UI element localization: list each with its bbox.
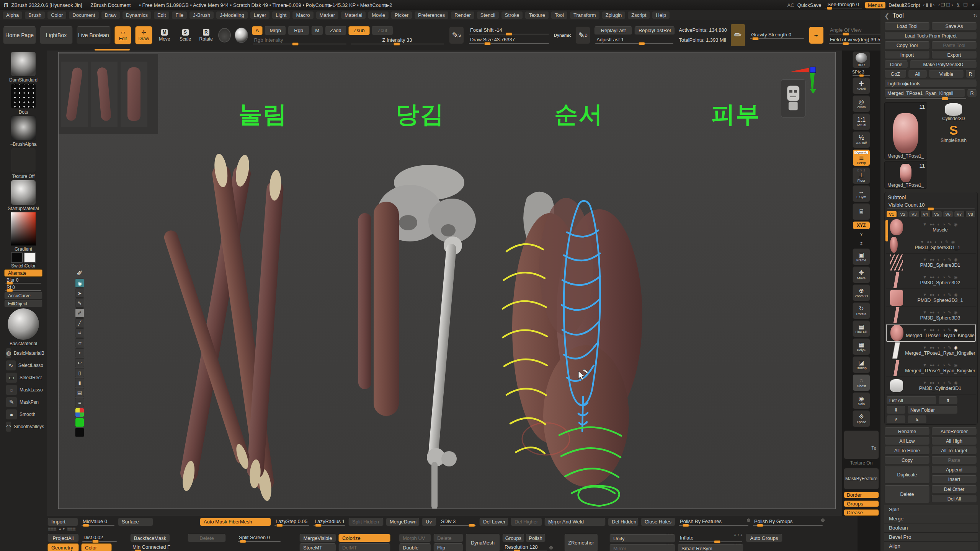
spix-slider[interactable]: SPix 3 (851, 69, 871, 76)
lazyradius-1-slider[interactable]: LazyRadius 1 (312, 518, 346, 526)
menu-render[interactable]: Render (451, 11, 475, 19)
active-tool-r-button[interactable]: R (967, 89, 977, 97)
subtool-mode-icon[interactable]: ✎ (948, 345, 951, 350)
subtool-mode-icon[interactable]: ●● (929, 310, 934, 315)
menu-brush[interactable]: Brush (24, 11, 45, 19)
quick-tool-smoothvalleys[interactable]: ◠SmoothValleys (3, 421, 43, 432)
subtool-mode-icon[interactable]: ✎ (948, 310, 951, 315)
z-intensity-slider[interactable]: Z Intensity 33 (350, 36, 445, 45)
subtool-mode-icon[interactable]: ▼ (923, 363, 927, 368)
transp-button[interactable]: ◪Transp (853, 356, 870, 373)
subtool-up-button[interactable]: ⬆ (938, 396, 958, 404)
subtool-row[interactable]: ▼●●◐◑✎◉Merged_TPose1_Ryan_Kingslier (886, 359, 976, 377)
menu-zscript[interactable]: Zscript (627, 11, 650, 19)
draw-size-slider[interactable]: Draw Size 43.76337 (468, 36, 550, 44)
surface-button[interactable]: Surface (118, 518, 153, 526)
subtool-header[interactable]: Subtool (886, 194, 976, 201)
simplebrush-tool[interactable]: S SimpleBrush (929, 123, 978, 143)
new-folder-button[interactable]: New Folder (907, 406, 958, 414)
focal-shift-slider[interactable]: Focal Shift -14 (468, 26, 550, 35)
draw-button[interactable]: ✛ Draw (135, 26, 152, 44)
all-to-target-button[interactable]: All To Target (931, 447, 977, 455)
resolution-dot[interactable] (549, 546, 553, 549)
rgb-intensity-slider[interactable]: Rgb Intensity (252, 36, 348, 45)
subtool-row[interactable]: ▼●●◐◑✎◉Merged_TPose1_Ryan_Kingslie (886, 324, 976, 342)
subtool-mode-icon[interactable]: ✎ (948, 380, 951, 385)
goz-visible-button[interactable]: Visible (929, 70, 964, 78)
subtool-mode-icon[interactable]: ✎ (948, 328, 951, 333)
menu-material[interactable]: Material (341, 11, 366, 19)
mirror-button[interactable]: Mirror (609, 544, 675, 551)
active-color-swatch-green[interactable] (75, 418, 84, 427)
texture-preview-box[interactable]: Te (844, 430, 879, 459)
subtool-mode-icon[interactable]: ✎ (945, 240, 949, 245)
copy-subtool-button[interactable]: Copy (884, 456, 930, 464)
resolution-slider[interactable]: Resolution 128 (502, 543, 548, 551)
home-page-button[interactable]: Home Page (3, 26, 36, 44)
paste-tool-button[interactable]: Paste Tool (931, 41, 977, 49)
subtool-row[interactable]: ▼●●◐◑✎◉Muscle (886, 218, 976, 236)
dynamic-mode-label[interactable]: Dynamic (554, 31, 572, 39)
replay-last-rel-button[interactable]: ReplayLastRel (634, 26, 675, 35)
subtool-mode-icon[interactable]: ◑ (942, 292, 945, 297)
window-controls[interactable]: ‹▮▮› ‹❐❐› ⊻ ❐ ✕ (923, 2, 976, 8)
subtool-thumbnail[interactable] (890, 272, 903, 288)
subtool-mode-icon[interactable]: ◐ (938, 310, 940, 315)
default-zscript-button[interactable]: DefaultZScript (889, 2, 920, 8)
gravity-strength-slider[interactable]: Gravity Strength 0 (749, 31, 805, 39)
subtool-mode-icon[interactable]: ◑ (942, 380, 945, 385)
frame-button[interactable]: ▣Frame (853, 248, 870, 265)
menu-marker[interactable]: Marker (316, 11, 339, 19)
subtool-mode-icon[interactable]: ◑ (942, 275, 945, 280)
scroll-button[interactable]: ✚Scroll (853, 77, 870, 94)
subtool-mode-icon[interactable]: ◑ (940, 240, 942, 245)
uv-button[interactable]: Uv (422, 518, 436, 526)
clone-button[interactable]: Clone (884, 60, 908, 68)
mask-by-feature-button[interactable]: MaskByFeature (844, 468, 879, 489)
trash-icon[interactable]: ▯ (75, 368, 84, 377)
menu-j-brush[interactable]: J-Brush (189, 11, 214, 19)
subtool-mode-icon[interactable]: ●● (929, 222, 934, 227)
subtool-mode-icon[interactable]: ✎ (948, 257, 951, 262)
menu-stencil[interactable]: Stencil (477, 11, 499, 19)
subtool-mode-icon[interactable]: ◐ (938, 380, 940, 385)
basic-material-sphere[interactable] (7, 308, 39, 340)
viewport-3d[interactable]: 눌림당김순서피부 (58, 52, 836, 509)
subtool-tab-v6[interactable]: V6 (943, 211, 954, 217)
make-polymesh3d-button[interactable]: Make PolyMesh3D (910, 60, 977, 68)
subtool-mode-icon[interactable]: ▼ (923, 380, 927, 385)
subtool-thumbnail[interactable] (890, 219, 903, 235)
goz-r-button[interactable]: R (965, 70, 975, 78)
menu-light[interactable]: Light (272, 11, 290, 19)
polish-button[interactable]: Polish (526, 534, 546, 542)
menu-layer[interactable]: Layer (250, 11, 270, 19)
subtool-mode-icon[interactable]: ●● (929, 345, 934, 350)
quick-tool-selectlasso[interactable]: ∿SelectLasso (3, 360, 43, 371)
ghost-button[interactable]: ◌Ghost (853, 374, 870, 391)
menu-zplugin[interactable]: Zplugin (602, 11, 626, 19)
section-split[interactable]: Split (884, 505, 978, 514)
window-control-icon[interactable]: ✕ (971, 2, 976, 8)
list-all-button[interactable]: List All (886, 396, 937, 404)
menu-texture[interactable]: Texture (525, 11, 549, 19)
subtool-row[interactable]: ▼●●◐◑✎◉PM3D_Sphere3D1 (886, 254, 976, 271)
subtool-mode-icon[interactable]: ●● (929, 257, 934, 262)
lazystep-0.05-slider[interactable]: LazyStep 0.05 (273, 518, 310, 526)
subtool-mode-icon[interactable]: ▼ (923, 257, 927, 262)
subtool-thumbnail[interactable] (890, 307, 903, 323)
subtool-mode-icon[interactable]: ▼ (923, 345, 927, 350)
subtool-tab-v3[interactable]: V3 (909, 211, 920, 217)
quick-tool-selectrect[interactable]: ▭SelectRect (3, 372, 43, 383)
menu-macro[interactable]: Macro (292, 11, 314, 19)
subtool-tab-v4[interactable]: V4 (920, 211, 931, 217)
subtool-thumbnail[interactable] (890, 379, 903, 392)
subtool-thumbnail[interactable] (890, 237, 898, 253)
persp-button[interactable]: Dynamic≣Persp (853, 149, 870, 166)
rename-button[interactable]: Rename (884, 427, 930, 435)
groups-polish-button[interactable]: Groups (502, 534, 524, 542)
menu-draw[interactable]: Draw (101, 11, 120, 19)
current-brush-thumbnail[interactable] (11, 51, 36, 77)
paint-mode-rgb[interactable]: Rgb (288, 26, 309, 35)
menu-preferences[interactable]: Preferences (414, 11, 449, 19)
panel-refresh-icon[interactable]: ↻ (973, 13, 978, 19)
